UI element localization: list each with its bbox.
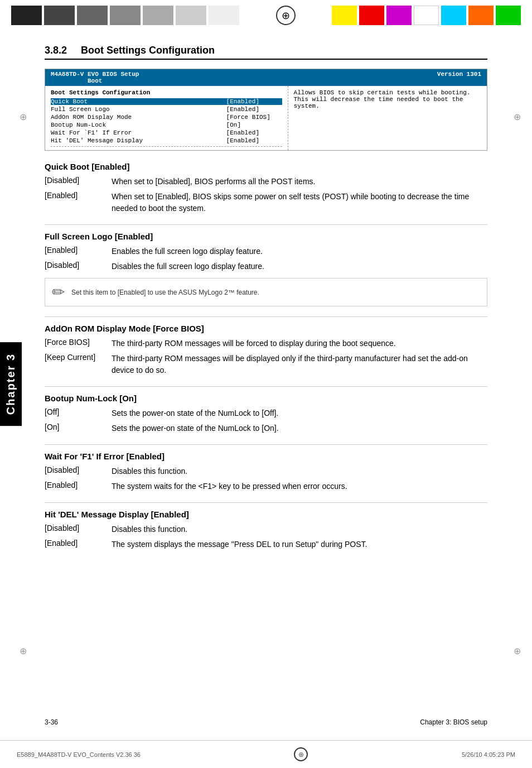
bottom-bar: E5889_M4A88TD-V EVO_Contents V2.36 36 ⊕ … <box>0 740 532 768</box>
compass-icon: ⊕ <box>276 6 296 25</box>
addon-option-keepcurrent: [Keep Current] The third-party ROM messa… <box>45 353 487 376</box>
top-bar: ⊕ <box>0 0 532 31</box>
bar-block-4 <box>110 6 141 25</box>
hitdel-option-enabled: [Enabled] The system displays the messag… <box>45 539 487 550</box>
waitf1-label-enabled: [Enabled] <box>45 481 112 489</box>
section-quickboot: Quick Boot [Enabled] [Disabled] When set… <box>45 162 487 214</box>
numlock-label-on: [On] <box>45 423 112 431</box>
bar-block-5 <box>143 6 173 25</box>
bios-screenshot: M4A88TD-V EVO BIOS Setup Boot Version 13… <box>45 69 487 151</box>
quickboot-label-enabled: [Enabled] <box>45 191 112 200</box>
page-numbers-row: 3-36 Chapter 3: BIOS setup <box>45 718 487 726</box>
bios-value-quickboot: [Enabled] <box>226 98 282 105</box>
section-waitf1: Wait For 'F1' If Error [Enabled] [Disabl… <box>45 452 487 492</box>
hitdel-label-disabled: [Disabled] <box>45 524 112 532</box>
section-title-text: Boot Settings Configuration <box>81 45 215 56</box>
main-content: 3.8.2 Boot Settings Configuration M4A88T… <box>45 45 487 550</box>
bios-header-left: M4A88TD-V EVO BIOS Setup Boot <box>51 71 139 84</box>
fullscreen-label-enabled: [Enabled] <box>45 246 112 255</box>
quickboot-option-enabled: [Enabled] When set to [Enabled], BIOS sk… <box>45 191 487 214</box>
bios-label-waitf1: Wait For `F1' If Error <box>51 129 226 136</box>
addon-desc-keepcurrent: The third-party ROM messages will be dis… <box>112 353 487 376</box>
bios-value-numlock: [On] <box>226 122 282 128</box>
bios-value-fullscreen: [Enabled] <box>226 106 282 113</box>
numlock-desc-on: Sets the power-on state of the NumLock t… <box>112 423 487 434</box>
bios-row-numlock: Bootup Num-Lock [On] <box>51 122 282 128</box>
section-fullscreen: Full Screen Logo [Enabled] [Enabled] Ena… <box>45 232 487 306</box>
color-block-red <box>359 6 384 25</box>
top-bar-right-blocks <box>332 6 521 25</box>
waitf1-label-disabled: [Disabled] <box>45 465 112 474</box>
bar-block-2 <box>44 6 75 25</box>
waitf1-desc-disabled: Disables this function. <box>112 465 487 477</box>
bios-header: M4A88TD-V EVO BIOS Setup Boot Version 13… <box>45 69 487 86</box>
bar-block-6 <box>176 6 206 25</box>
bios-header-right: Version 1301 <box>437 71 481 84</box>
note-box-mylogo: ✏ Set this item to [Enabled] to use the … <box>45 278 487 306</box>
color-block-orange <box>468 6 494 25</box>
addon-label-keepcurrent: [Keep Current] <box>45 353 112 362</box>
chapter-tab: Chapter 3 <box>0 342 22 426</box>
addon-desc-forcebios: The third-party ROM messages will be for… <box>112 338 487 349</box>
bar-block-1 <box>11 6 42 25</box>
bios-label-hitdel: Hit 'DEL' Message Display <box>51 137 226 144</box>
bios-bottom-dashes <box>51 146 282 147</box>
color-block-cyan <box>441 6 466 25</box>
quickboot-option-disabled: [Disabled] When set to [Disabled], BIOS … <box>45 176 487 188</box>
right-mark-bottom: ⊕ <box>514 646 521 656</box>
top-bar-left-blocks <box>11 6 239 25</box>
right-mark-top: ⊕ <box>514 112 521 122</box>
addon-label-forcebios: [Force BIOS] <box>45 338 112 347</box>
page-number-left: 3-36 <box>45 718 58 726</box>
hitdel-desc-disabled: Disables this function. <box>112 524 487 535</box>
section-numlock: Bootup Num-Lock [On] [Off] Sets the powe… <box>45 393 487 434</box>
bios-row-quickboot: Quick Boot [Enabled] <box>51 98 282 105</box>
bios-right-panel: Allows BIOS to skip certain tests while … <box>288 86 487 150</box>
color-block-green <box>496 6 521 25</box>
divider-5 <box>45 502 487 503</box>
fullscreen-label-disabled: [Disabled] <box>45 261 112 270</box>
bar-block-7 <box>209 6 239 25</box>
divider-4 <box>45 444 487 445</box>
bar-block-3 <box>77 6 108 25</box>
quickboot-desc-disabled: When set to [Disabled], BIOS performs al… <box>112 176 487 188</box>
numlock-desc-off: Sets the power-on state of the NumLock t… <box>112 407 487 419</box>
divider-1 <box>45 224 487 225</box>
quickboot-desc-enabled: When set to [Enabled], BIOS skips some p… <box>112 191 487 214</box>
numlock-option-off: [Off] Sets the power-on state of the Num… <box>45 407 487 419</box>
divider-2 <box>45 316 487 317</box>
footer-right: 5/26/10 4:05:23 PM <box>462 751 515 758</box>
fullscreen-option-disabled: [Disabled] Disables the full screen logo… <box>45 261 487 272</box>
color-block-magenta <box>386 6 412 25</box>
page-number-right: Chapter 3: BIOS setup <box>420 718 487 726</box>
bios-left-panel: Boot Settings Configuration Quick Boot [… <box>45 86 288 150</box>
bios-row-hitdel: Hit 'DEL' Message Display [Enabled] <box>51 137 282 144</box>
hitdel-title: Hit 'DEL' Message Display [Enabled] <box>45 510 487 519</box>
hitdel-desc-enabled: The system displays the message "Press D… <box>112 539 487 550</box>
bios-body: Boot Settings Configuration Quick Boot [… <box>45 86 487 150</box>
top-bar-center: ⊕ <box>239 6 332 25</box>
left-mark-bottom: ⊕ <box>20 646 27 656</box>
divider-3 <box>45 386 487 387</box>
bios-label-numlock: Bootup Num-Lock <box>51 122 226 128</box>
addon-title: AddOn ROM Display Mode [Force BIOS] <box>45 324 487 333</box>
footer-left: E5889_M4A88TD-V EVO_Contents V2.36 36 <box>17 751 141 758</box>
quickboot-label-disabled: [Disabled] <box>45 176 112 185</box>
numlock-title: Bootup Num-Lock [On] <box>45 393 487 403</box>
numlock-label-off: [Off] <box>45 407 112 416</box>
waitf1-desc-enabled: The system waits for the <F1> key to be … <box>112 481 487 492</box>
bios-value-waitf1: [Enabled] <box>226 129 282 136</box>
section-addon: AddOn ROM Display Mode [Force BIOS] [For… <box>45 324 487 376</box>
bottom-compass-icon: ⊕ <box>294 747 308 761</box>
fullscreen-option-enabled: [Enabled] Enables the full screen logo d… <box>45 246 487 257</box>
bios-value-hitdel: [Enabled] <box>226 137 282 144</box>
section-hitdel: Hit 'DEL' Message Display [Enabled] [Dis… <box>45 510 487 550</box>
bios-value-addon: [Force BIOS] <box>226 114 282 121</box>
hitdel-option-disabled: [Disabled] Disables this function. <box>45 524 487 535</box>
bios-section-header: Boot Settings Configuration <box>51 89 282 96</box>
color-block-yellow <box>332 6 357 25</box>
bios-label-fullscreen: Full Screen Logo <box>51 106 226 113</box>
bios-row-waitf1: Wait For `F1' If Error [Enabled] <box>51 129 282 136</box>
waitf1-option-disabled: [Disabled] Disables this function. <box>45 465 487 477</box>
quickboot-title: Quick Boot [Enabled] <box>45 162 487 171</box>
